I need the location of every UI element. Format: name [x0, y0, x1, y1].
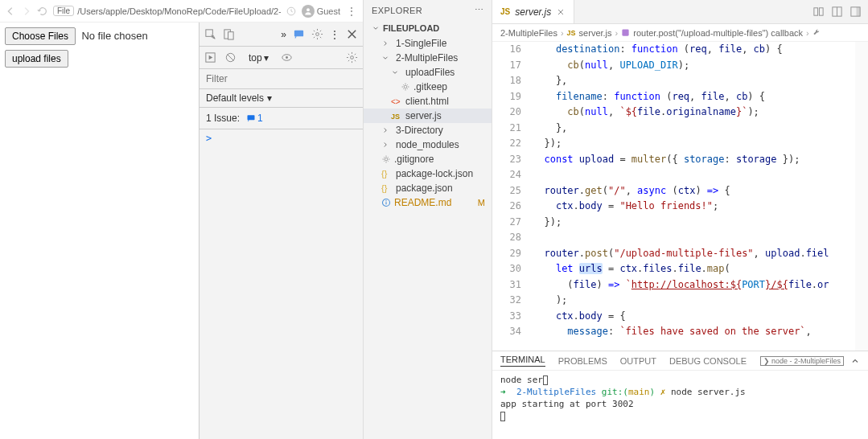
breadcrumb[interactable]: 2-MultipleFiles › JS server.js › router.… [492, 24, 868, 42]
tree-label: node_modules [396, 139, 459, 150]
url-text: /Users/apple/Desktop/MonoRep/Code/FileUp… [77, 6, 281, 16]
tree-label: 2-MultipleFiles [396, 52, 458, 64]
tree-item[interactable]: JSserver.js [364, 109, 492, 123]
issues-row[interactable]: 1 Issue: 1 [200, 108, 363, 129]
forward-icon[interactable] [21, 6, 32, 17]
tab-output[interactable]: OUTPUT [620, 356, 656, 366]
file-icon [401, 82, 410, 92]
editor-area: JS server.js 2-MultipleFiles › JS server… [492, 0, 868, 439]
context-selector[interactable]: top ▾ [245, 51, 273, 65]
svg-rect-24 [623, 29, 629, 35]
explorer-more-icon[interactable]: ⋯ [475, 5, 483, 15]
file-icon: JS [391, 110, 402, 121]
line-gutter: 16171819202122232425262728293031323334 [492, 42, 533, 351]
tree-item[interactable]: README.mdM [364, 195, 492, 210]
tree-item[interactable]: node_modules [364, 137, 492, 152]
tree-label: .gitkeep [413, 81, 447, 92]
svg-point-10 [286, 56, 288, 59]
device-icon[interactable] [223, 28, 235, 40]
svg-rect-4 [228, 32, 234, 39]
svg-point-17 [385, 200, 386, 201]
profile-button[interactable]: Guest [302, 5, 340, 18]
svg-point-13 [404, 85, 407, 88]
code-editor[interactable]: 16171819202122232425262728293031323334 d… [492, 42, 868, 351]
tree-label: server.js [405, 110, 442, 121]
split-icon[interactable] [831, 6, 843, 18]
console-settings-icon[interactable] [346, 51, 358, 64]
tab-problems[interactable]: PROBLEMS [558, 356, 607, 366]
tree-item[interactable]: uploadFiles [364, 65, 492, 80]
crumb-file[interactable]: server.js [579, 28, 612, 38]
choose-files-button[interactable]: Choose Files [5, 27, 76, 45]
file-icon: <> [391, 96, 402, 107]
play-icon[interactable] [204, 51, 216, 64]
no-file-label: No file chosen [81, 30, 147, 42]
method-icon [621, 28, 630, 37]
tab-label: server.js [515, 6, 551, 18]
tree-item[interactable]: 1-SingleFile [364, 36, 492, 51]
tree-label: package-lock.json [396, 168, 473, 179]
tree-item[interactable]: .gitkeep [364, 80, 492, 94]
bottom-panel: TERMINAL PROBLEMS OUTPUT DEBUG CONSOLE ❯… [492, 351, 868, 439]
tree-item[interactable]: 2-MultipleFiles [364, 51, 492, 65]
compare-icon[interactable] [812, 6, 825, 18]
settings-icon[interactable] [311, 28, 323, 40]
kebab-icon[interactable]: ⋮ [345, 6, 358, 17]
panel-tabs: TERMINAL PROBLEMS OUTPUT DEBUG CONSOLE ❯… [492, 351, 868, 371]
explorer-root[interactable]: FILEUPLOAD [364, 20, 492, 36]
issues-label: 1 Issue: [206, 113, 240, 124]
eye-icon[interactable] [281, 51, 293, 64]
back-icon[interactable] [5, 6, 16, 17]
file-scheme-badge: File [53, 6, 74, 16]
terminal-body[interactable]: node ser➜ 2-MultipleFiles git:(main) ✗ n… [492, 371, 868, 439]
tree-label: client.html [405, 96, 449, 107]
file-icon: {} [381, 183, 393, 194]
crumb-symbol[interactable]: router.post("/upload-multiple-files") ca… [633, 28, 803, 38]
upload-files-button[interactable]: upload files [5, 50, 68, 68]
minimap[interactable] [855, 42, 868, 351]
chevron-right-icon [381, 39, 389, 47]
crumb-folder[interactable]: 2-MultipleFiles [500, 28, 557, 38]
file-icon [381, 198, 391, 207]
address-bar[interactable]: File /Users/apple/Desktop/MonoRep/Code/F… [53, 6, 281, 16]
terminal-task-selector[interactable]: ❯ node - 2-MultipleFiles [760, 356, 844, 366]
chevron-down-icon [391, 68, 399, 76]
tree-item[interactable]: {}package.json [364, 181, 492, 195]
reload-icon[interactable] [37, 6, 48, 17]
tree-item[interactable]: <>client.html [364, 94, 492, 109]
tree-label: .gitignore [394, 154, 434, 165]
tab-close-icon[interactable] [556, 7, 566, 17]
svg-rect-12 [248, 115, 255, 120]
browser-pane: File /Users/apple/Desktop/MonoRep/Code/F… [0, 0, 364, 439]
log-levels-selector[interactable]: Default levels ▾ [200, 89, 363, 108]
terminal-icon: ❯ [763, 357, 770, 365]
svg-point-6 [316, 33, 319, 36]
chat-icon[interactable] [293, 28, 305, 40]
tab-serverjs[interactable]: JS server.js [492, 0, 574, 23]
caret-down-icon: ▾ [264, 52, 269, 64]
ban-icon[interactable] [224, 51, 237, 64]
tab-debug-console[interactable]: DEBUG CONSOLE [669, 356, 747, 366]
svg-point-14 [385, 158, 388, 161]
tree-item[interactable]: .gitignore [364, 152, 492, 166]
close-devtools-icon[interactable] [346, 28, 358, 40]
tab-terminal[interactable]: TERMINAL [500, 355, 545, 367]
inspect-icon[interactable] [204, 28, 216, 40]
code-body[interactable]: destination: function (req, file, cb) { … [533, 42, 868, 351]
maximize-panel-icon[interactable] [850, 356, 860, 366]
kebab-icon[interactable]: ⋮ [330, 29, 339, 40]
more-panels-icon[interactable]: » [281, 29, 286, 40]
tree-label: package.json [396, 183, 453, 194]
explorer-panel: EXPLORER ⋯ FILEUPLOAD 1-SingleFile2-Mult… [364, 0, 492, 439]
console-filter-input[interactable] [201, 71, 361, 87]
sync-icon[interactable] [286, 6, 297, 17]
explorer-title: EXPLORER [372, 6, 422, 15]
tree-item[interactable]: {}package-lock.json [364, 166, 492, 181]
caret-down-icon: ▾ [267, 92, 272, 104]
devtools-pane: » ⋮ top ▾ Default levels [199, 23, 363, 439]
chevron-down-icon [372, 24, 380, 32]
layout-icon[interactable] [849, 6, 862, 18]
svg-rect-23 [856, 7, 860, 16]
console-body[interactable]: > [200, 129, 363, 439]
tree-item[interactable]: 3-Directory [364, 123, 492, 137]
